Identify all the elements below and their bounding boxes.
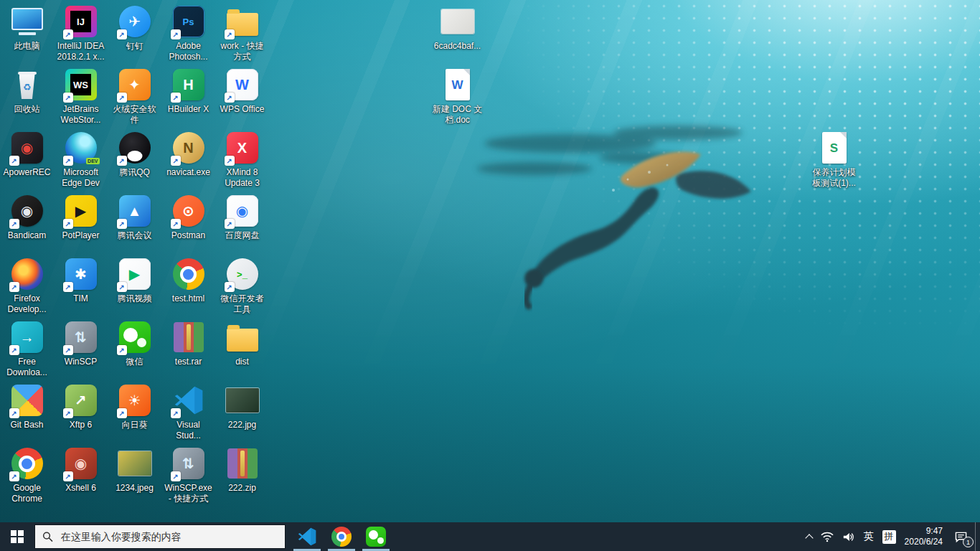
shortcut-arrow-icon: ↗ (225, 29, 235, 39)
desktop-icon-tencent-meeting[interactable]: ▲↗腾讯会议 (108, 189, 161, 253)
taskbar-app-chrome[interactable] (324, 522, 359, 551)
desktop-icon-firefox-developer[interactable]: ↗FirefoxDevelop... (0, 253, 54, 316)
test-rar-icon (174, 322, 204, 352)
desktop-icon-huorong-security[interactable]: ✦↗火绒安全软件 (108, 63, 161, 126)
desktop-icon-git-bash[interactable]: ↗Git Bash (0, 379, 54, 442)
desktop-icon-wps-spreadsheet-file[interactable]: S保养计划模板测试(1)... (807, 126, 861, 189)
volume-button[interactable] (838, 522, 859, 551)
taskbar-app-wechat[interactable] (359, 522, 393, 551)
shortcut-arrow-icon: ↗ (225, 93, 235, 103)
desktop-icon-new-doc-file[interactable]: W新建 DOC 文档.doc (430, 63, 484, 126)
desktop-icon-potplayer[interactable]: ▶↗PotPlayer (54, 189, 108, 253)
desktop-icon-bandicam[interactable]: ◉↗Bandicam (0, 189, 54, 253)
chrome-icon (331, 527, 352, 547)
icon-art: ◉↗ (226, 194, 259, 227)
shortcut-arrow-icon: ↗ (9, 345, 19, 355)
chevron-up-icon (805, 534, 813, 542)
icon-art: DEV↗ (65, 131, 98, 164)
show-desktop-button[interactable] (975, 522, 980, 551)
taskbar-app-vscode[interactable] (290, 522, 324, 551)
windows-logo-icon (11, 530, 24, 543)
desktop-icon-winscp-exe-shortcut[interactable]: ⇅↗WinSCP.exe- 快捷方式 (161, 442, 215, 505)
desktop-icon-adobe-photoshop[interactable]: Ps↗AdobePhotosh... (161, 0, 215, 63)
icon-label: JetBrainsWebStor... (61, 104, 101, 125)
shortcut-arrow-icon: ↗ (117, 282, 127, 292)
desktop-icon-google-chrome[interactable]: ↗GoogleChrome (0, 442, 54, 505)
desktop-icon-wechat-devtools[interactable]: >_↗微信开发者工具 (215, 253, 269, 316)
desktop-icon-tencent-video[interactable]: ▶↗腾讯视频 (108, 253, 161, 316)
icon-label: 腾讯视频 (118, 293, 152, 304)
desktop-icon-dingtalk[interactable]: ✈↗钉钉 (108, 0, 161, 63)
shortcut-arrow-icon: ↗ (117, 93, 127, 103)
desktop-icon-test-html[interactable]: test.html (161, 253, 215, 316)
desktop-icon-recycle-bin[interactable]: ♻回收站 (0, 63, 54, 126)
desktop-icon-intellij-idea[interactable]: IJ↗IntelliJ IDEA2018.2.1 x... (54, 0, 108, 63)
desktop-icon-apowerrec[interactable]: ◉↗ApowerREC (0, 126, 54, 189)
icon-art: ◉↗ (11, 194, 44, 227)
desktop-icon-tencent-qq[interactable]: ↗腾讯QQ (108, 126, 161, 189)
icon-art: WS↗ (65, 68, 98, 101)
desktop-icon-work-folder-shortcut[interactable]: ↗work - 快捷方式 (215, 0, 269, 63)
desktop-icon-test-rar[interactable]: test.rar (161, 316, 215, 379)
shortcut-arrow-icon: ↗ (117, 345, 127, 355)
desktop-icon-xftp-6[interactable]: ↗↗Xftp 6 (54, 379, 108, 442)
desktop-icon-jetbrains-webstorm[interactable]: WS↗JetBrainsWebStor... (54, 63, 108, 126)
desktop-icon-file-6cadc4baf[interactable]: 6cadc4baf... (430, 0, 484, 63)
shortcut-arrow-icon: ↗ (63, 471, 73, 481)
icon-label: 6cadc4baf... (434, 41, 481, 52)
desktop-icon-dist-folder[interactable]: dist (215, 316, 269, 379)
ime-language-indicator[interactable]: 英 (859, 522, 878, 551)
icon-label: 保养计划模板测试(1)... (812, 167, 856, 188)
notification-badge: 1 (963, 537, 974, 547)
wifi-button[interactable] (816, 522, 838, 551)
shortcut-arrow-icon: ↗ (9, 282, 19, 292)
desktop-icon-microsoft-edge-dev[interactable]: DEV↗MicrosoftEdge Dev (54, 126, 108, 189)
desktop-icon-free-download-manager[interactable]: →↗FreeDownloa... (0, 316, 54, 379)
shortcut-arrow-icon: ↗ (63, 282, 73, 292)
shortcut-arrow-icon: ↗ (117, 156, 127, 166)
desktop-icon-wechat[interactable]: ↗微信 (108, 316, 161, 379)
desktop-icon-xmind-8[interactable]: X↗XMind 8Update 3 (215, 126, 269, 189)
desktop-icon-archive-222-zip[interactable]: 222.zip (215, 442, 269, 505)
icon-art: H↗ (172, 68, 205, 101)
desktop-icon-sunflower-remote[interactable]: ☀↗向日葵 (108, 379, 161, 442)
icon-label: 百度网盘 (225, 230, 260, 241)
desktop-icon-photo-222-jpg[interactable]: 222.jpg (215, 379, 269, 442)
show-hidden-icons-button[interactable] (802, 522, 816, 551)
this-pc-icon (11, 6, 43, 37)
icon-label: MicrosoftEdge Dev (62, 167, 100, 188)
ime-mode-indicator[interactable]: 拼 (878, 522, 900, 551)
start-button[interactable] (0, 522, 34, 551)
search-input[interactable] (60, 530, 278, 543)
shortcut-arrow-icon: ↗ (63, 29, 73, 39)
desktop-icon-navicat[interactable]: N↗navicat.exe (161, 126, 215, 189)
notification-center-button[interactable]: 1 (947, 522, 975, 551)
shortcut-arrow-icon: ↗ (117, 219, 127, 229)
desktop-icon-this-pc[interactable]: 此电脑 (0, 0, 54, 63)
desktop-icon-xshell-6[interactable]: ◉↗Xshell 6 (54, 442, 108, 505)
icon-label: 腾讯会议 (118, 230, 152, 241)
icon-label: WinSCP.exe- 快捷方式 (164, 483, 212, 504)
chrome-taskbar-icon (331, 526, 352, 547)
desktop-icon-winscp[interactable]: ⇅↗WinSCP (54, 316, 108, 379)
desktop-icon-baidu-netdisk[interactable]: ◉↗百度网盘 (215, 189, 269, 253)
icon-label: FreeDownloa... (6, 357, 47, 377)
icon-label: navicat.exe (166, 167, 210, 178)
icon-label: test.html (172, 293, 204, 304)
icon-art (11, 5, 44, 38)
icon-label: 向日葵 (122, 420, 148, 430)
desktop-icon-wps-office[interactable]: W↗WPS Office (215, 63, 269, 126)
shortcut-arrow-icon: ↗ (63, 408, 73, 418)
taskbar-clock[interactable]: 9:47 2020/6/24 (900, 522, 947, 551)
desktop-icon-tim[interactable]: ✱↗TIM (54, 253, 108, 316)
icon-label: 微信开发者工具 (221, 293, 264, 314)
desktop-icon-hbuilder-x[interactable]: H↗HBuilder X (161, 63, 215, 126)
taskbar-search[interactable] (34, 524, 286, 549)
icon-label: 新建 DOC 文档.doc (433, 104, 482, 125)
desktop-icon-visual-studio-code[interactable]: ↗VisualStud... (161, 379, 215, 442)
desktop-icon-postman[interactable]: ⊙↗Postman (161, 189, 215, 253)
icon-label: 此电脑 (14, 41, 40, 52)
dist-folder-icon (227, 329, 258, 352)
icon-art: W↗ (226, 68, 259, 101)
desktop-icon-photo-1234-jpeg[interactable]: 1234.jpeg (108, 442, 161, 505)
